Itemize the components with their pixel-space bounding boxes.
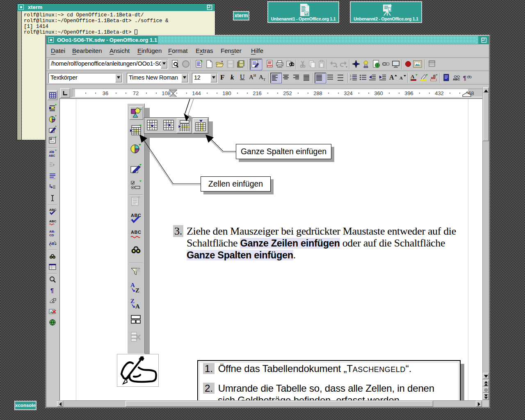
insert-table-button[interactable] xyxy=(48,90,57,100)
hand-cursor-button[interactable] xyxy=(48,296,57,306)
find-onoff-button[interactable] xyxy=(48,251,57,261)
autotext-button[interactable]: ABC xyxy=(452,73,461,82)
increase-indent-button[interactable] xyxy=(379,73,388,82)
xterm-titlebar[interactable]: xterm xyxy=(17,4,215,11)
copy-button[interactable] xyxy=(308,60,317,69)
frame-onoff-button[interactable] xyxy=(48,182,57,192)
form-functions-button[interactable] xyxy=(48,136,57,146)
align-center-button[interactable] xyxy=(282,73,291,82)
menu-bearbeiten[interactable]: Bearbeiten xyxy=(72,47,102,54)
decrease-indent-button[interactable] xyxy=(368,73,377,82)
font-dropdown-button[interactable] xyxy=(181,74,188,82)
font-size-dropdown-button[interactable] xyxy=(210,74,217,82)
menu-fenster[interactable]: Fenster xyxy=(221,47,242,54)
redo-button[interactable] xyxy=(339,60,348,69)
align-left-button[interactable] xyxy=(271,73,281,83)
scroll-up-button[interactable] xyxy=(483,87,489,93)
menu-extras[interactable]: Extras xyxy=(196,47,213,54)
line-spacing-2-button[interactable] xyxy=(337,73,346,82)
horizontal-ruler[interactable]: 3672108144180216252288324360396432468 xyxy=(72,89,482,97)
navigator-button[interactable] xyxy=(352,60,361,69)
font-color-button[interactable]: A xyxy=(410,73,419,82)
bullet-list-button[interactable] xyxy=(359,73,368,82)
paragraph-bg-button[interactable] xyxy=(430,73,439,82)
character-dialog-button[interactable] xyxy=(442,73,451,82)
underline-button[interactable]: U xyxy=(240,73,249,82)
nonprinting-button[interactable]: ¶ xyxy=(463,73,472,82)
next-page-button[interactable] xyxy=(483,393,489,400)
paragraph-style-combobox[interactable]: Textkörper xyxy=(48,73,123,83)
vertical-scrollbar[interactable] xyxy=(482,87,489,400)
menu-datei[interactable]: Datei xyxy=(51,47,65,54)
line-spacing-1-button[interactable] xyxy=(315,73,326,83)
gallery-button[interactable] xyxy=(413,60,422,69)
draw-functions-button[interactable] xyxy=(48,125,57,135)
datasource-button[interactable] xyxy=(428,60,437,69)
menu-format[interactable]: Format xyxy=(168,47,188,54)
right-margin-marker[interactable] xyxy=(462,92,471,97)
indent-marker[interactable] xyxy=(168,89,178,97)
direct-cursor-button[interactable] xyxy=(48,160,57,170)
menu-einfügen[interactable]: Einfügen xyxy=(137,47,162,54)
spellcheck-button[interactable]: ABC xyxy=(48,206,57,216)
paste-button[interactable] xyxy=(317,60,326,69)
edit-file-button[interactable] xyxy=(250,59,262,70)
subscript-button[interactable]: AT xyxy=(259,73,268,82)
scroll-left-button[interactable] xyxy=(57,401,63,407)
save-all-button[interactable] xyxy=(237,60,246,69)
save-button[interactable] xyxy=(226,60,235,69)
new-document-button[interactable] xyxy=(205,60,214,69)
navigation-button[interactable] xyxy=(483,387,489,393)
graphics-onoff-button[interactable] xyxy=(48,171,57,181)
online-layout-button[interactable] xyxy=(48,317,57,327)
xconsole-minimized-icon[interactable]: xconsole xyxy=(14,401,37,410)
horizontal-scrollbar-thumb[interactable] xyxy=(126,401,433,407)
text-cursor-button[interactable] xyxy=(48,193,57,203)
datasource-button[interactable] xyxy=(48,262,57,272)
font-size-combobox[interactable]: 12 xyxy=(192,73,218,83)
hyperlink-button[interactable] xyxy=(372,60,381,69)
line-spacing-15-button[interactable] xyxy=(326,73,336,82)
nonprinting-chars-button[interactable]: ¶ xyxy=(48,285,57,295)
minimized-window-unbenannt1[interactable]: Unbenannt1 - OpenOffice.org 1.1 xyxy=(267,1,339,23)
cut-button[interactable] xyxy=(299,60,308,69)
previous-page-button[interactable] xyxy=(483,380,489,386)
window-menu-button[interactable] xyxy=(18,5,24,10)
terminal-scrollbar[interactable] xyxy=(17,11,22,140)
font-name-combobox[interactable]: Times New Roman xyxy=(127,73,189,83)
online-layout-button[interactable] xyxy=(392,60,401,69)
superscript-button[interactable]: AH xyxy=(249,73,258,82)
autotext-edit-button[interactable]: ABABC xyxy=(48,149,57,159)
titlebar[interactable]: OOo1-SO6-TK.sdw - OpenOffice.org 1.1 xyxy=(46,36,489,44)
highlight-button[interactable] xyxy=(420,73,429,82)
hyphenation-button[interactable]: AB-CD xyxy=(48,228,57,238)
chain-button[interactable] xyxy=(382,60,391,69)
load-url-button[interactable] xyxy=(171,60,180,69)
menu-ansicht[interactable]: Ansicht xyxy=(110,47,130,54)
insert-field-button[interactable] xyxy=(48,103,57,113)
undo-button[interactable] xyxy=(329,60,338,69)
open-button[interactable] xyxy=(215,60,224,69)
stop-button[interactable] xyxy=(182,60,191,69)
thesaurus-button[interactable]: ÄB xyxy=(48,239,57,249)
images-off-button[interactable] xyxy=(48,307,57,317)
numbered-list-button[interactable]: 12 xyxy=(349,73,358,82)
xterm-minimized-icon[interactable]: xterm xyxy=(233,11,249,21)
maximize-icon[interactable] xyxy=(207,5,212,10)
stylist-button[interactable] xyxy=(362,60,371,69)
window-menu-button[interactable] xyxy=(48,37,54,43)
menu-hilfe[interactable]: Hilfe xyxy=(251,47,263,54)
find-replace-button[interactable] xyxy=(286,60,295,69)
new-from-template-button[interactable] xyxy=(195,60,204,69)
font-up-button[interactable]: A xyxy=(389,73,398,82)
maximize-icon[interactable] xyxy=(481,37,487,43)
export-pdf-button[interactable] xyxy=(266,60,275,69)
tab-type-button[interactable] xyxy=(60,88,70,98)
document-canvas[interactable]: ABCABCAZZA Ganze xyxy=(59,98,482,400)
align-right-button[interactable] xyxy=(292,73,301,82)
italic-button[interactable]: k xyxy=(231,73,240,82)
minimized-window-unbenannt2[interactable]: Unbenannt2 - OpenOffice.org 1.1 xyxy=(350,1,422,23)
url-dropdown-button[interactable] xyxy=(161,60,167,68)
auto-spellcheck-button[interactable]: ABC xyxy=(48,217,57,227)
style-dropdown-button[interactable] xyxy=(115,74,122,82)
